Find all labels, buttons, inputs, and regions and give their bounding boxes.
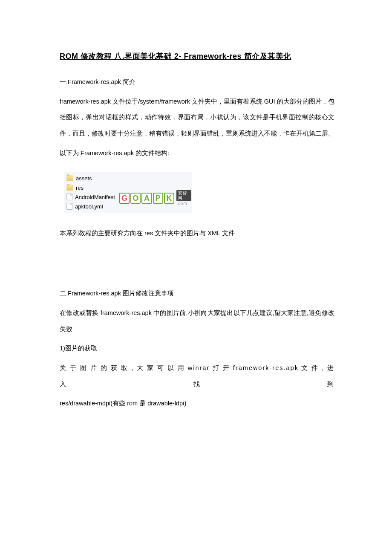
- list-item: res: [66, 183, 189, 192]
- folder-icon: [66, 185, 73, 191]
- section-2-header: 二.Framework-res.apk 图片修改注意事项: [60, 286, 334, 302]
- file-label: apktool.yml: [75, 203, 103, 210]
- list-item: AndroidManifest G O A P K 安智网 .com: [66, 192, 189, 202]
- file-structure-list: assets res AndroidManifest G O A P K 安智网…: [64, 172, 192, 213]
- file-icon: [66, 194, 72, 200]
- file-label: assets: [76, 175, 92, 182]
- file-label: res: [76, 185, 84, 191]
- section-1-header: 一.Framework-res.apk 简介: [60, 74, 334, 90]
- file-icon: [66, 203, 72, 210]
- section-2-paragraph-2: 关 于 图 片 的 获 取 , 大 家 可 以 用 winrar 打 开 fra…: [60, 360, 334, 392]
- file-label: AndroidManifest: [75, 194, 115, 200]
- section-2-paragraph-1: 在修改或替换 framework-res.apk 中的图片前,小祺向大家提出以下…: [60, 305, 334, 337]
- section-1-paragraph-3: 本系列教程的主要研究方向在 res 文件夹中的图片与 XML 文件: [60, 225, 334, 242]
- list-item: apktool.yml: [66, 202, 189, 211]
- section-2-paragraph-3: res/drawable-mdpi(有些 rom 是 drawable-ldpi…: [60, 396, 334, 412]
- list-item: assets: [66, 173, 189, 183]
- folder-icon: [66, 175, 73, 181]
- section-1-paragraph-2: 以下为 Framework-res.apk 的文件结构:: [60, 145, 334, 162]
- subsection-1-header: 1)图片的获取: [60, 341, 334, 357]
- section-1-paragraph-1: framework-res.apk 文件位于/system/framework …: [60, 94, 334, 142]
- page-title: ROM 修改教程 八.界面美化基础 2- Framework-res 简介及其美…: [60, 51, 334, 61]
